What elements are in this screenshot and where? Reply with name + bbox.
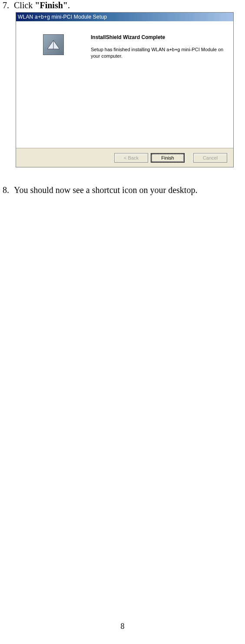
window-title: WLAN a+b+g mini-PCI Module Setup <box>18 14 107 20</box>
wizard-body-text: Setup has finished installing WLAN a+b+g… <box>91 46 225 59</box>
wizard-button-row: < Back Finish Cancel <box>16 148 233 167</box>
instruction-step-7: 7. Click "Finish". <box>3 0 242 10</box>
installer-window: WLAN a+b+g mini-PCI Module Setup <box>16 12 234 167</box>
step-text: Click "Finish". <box>14 0 70 10</box>
wizard-heading: InstallShield Wizard Complete <box>91 34 225 40</box>
finish-button[interactable]: Finish <box>151 153 185 163</box>
cancel-button: Cancel <box>193 153 227 163</box>
page-number: 8 <box>0 622 245 631</box>
window-titlebar: WLAN a+b+g mini-PCI Module Setup <box>16 13 233 21</box>
step-number: 8. <box>3 185 14 195</box>
installshield-icon <box>43 34 64 55</box>
step-text-post: . <box>68 0 70 10</box>
step-text-pre: Click <box>14 0 35 10</box>
wizard-sidebar <box>16 21 91 148</box>
step-text: You should now see a shortcut icon on yo… <box>14 185 197 195</box>
back-button: < Back <box>114 153 148 163</box>
step-number: 7. <box>3 0 14 10</box>
step-text-bold: "Finish" <box>35 0 68 10</box>
instruction-step-8: 8. You should now see a shortcut icon on… <box>3 185 242 195</box>
